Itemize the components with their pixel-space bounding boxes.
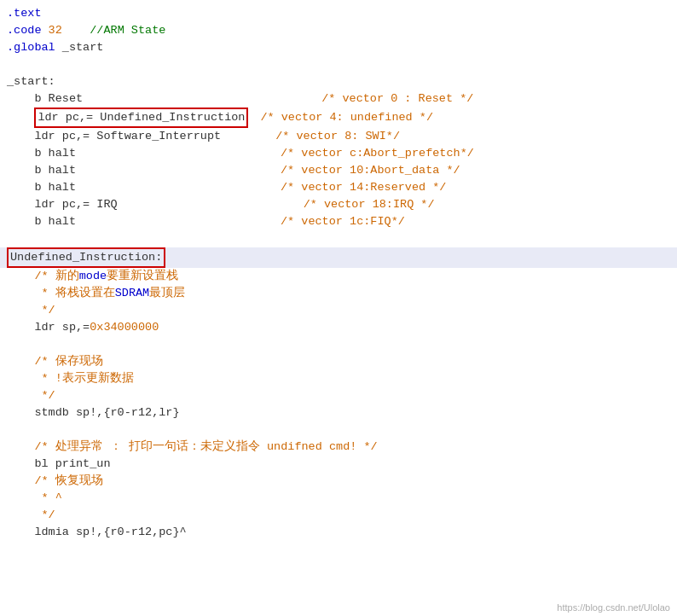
- line-2: .code 32 //ARM State: [0, 22, 677, 39]
- comment-cn-18: */: [7, 302, 55, 319]
- line-9: b halt /* vector c:Abort_prefetch*/: [0, 145, 677, 162]
- undefined-instruction-label: Undefined_Instruction:: [10, 251, 162, 264]
- line-25: [0, 421, 677, 439]
- line-16: /* 新的mode要重新设置栈: [0, 268, 677, 285]
- line-13: b halt /* vector 1c:FIQ*/: [0, 213, 677, 230]
- comment-cn-26: /* 处理异常 ： 打印一句话：未定义指令 undifned cmd! */: [7, 439, 378, 456]
- code-container: .text .code 32 //ARM State .global _star…: [0, 0, 677, 616]
- line-6: b Reset /* vector 0 : Reset */: [0, 90, 677, 108]
- line-28: /* 恢复现场: [0, 473, 677, 490]
- line-17: * 将栈设置在SDRAM最顶层: [0, 285, 677, 302]
- boxed-undefined-label: Undefined_Instruction:: [7, 247, 165, 268]
- boxed-ldr-undefined: ldr pc,= Undefined_Instruction: [34, 108, 248, 128]
- line-1: .text: [0, 5, 677, 22]
- comment-11: /* vector 14:Reserved */: [281, 179, 446, 196]
- label-start: _start:: [7, 73, 55, 90]
- line-3: .global _start: [0, 39, 677, 56]
- line-12: ldr pc,= IRQ /* vector 18:IRQ */: [0, 196, 677, 213]
- comment-7: /* vector 4: undefined */: [260, 109, 433, 126]
- code-text: .text: [7, 5, 42, 22]
- line-27: bl print_un: [0, 456, 677, 473]
- line-26: /* 处理异常 ： 打印一句话：未定义指令 undifned cmd! */: [0, 439, 677, 456]
- code-comment-inline: //ARM State: [90, 22, 165, 39]
- comment-9: /* vector c:Abort_prefetch*/: [281, 145, 474, 162]
- line-22: * !表示更新数据: [0, 370, 677, 387]
- watermark: https://blog.csdn.net/Ulolao: [557, 602, 670, 613]
- line-11: b halt /* vector 14:Reserved */: [0, 179, 677, 196]
- comment-cn-17: * 将栈设置在: [7, 285, 115, 302]
- line-19: ldr sp,=0x34000000: [0, 319, 677, 336]
- line-29: * ^: [0, 490, 677, 507]
- comment-8: /* vector 8: SWI*/: [275, 128, 400, 145]
- line-23: */: [0, 387, 677, 404]
- comment-cn-16: /* 新的: [34, 268, 78, 285]
- comment-6: /* vector 0 : Reset */: [321, 90, 473, 108]
- comment-cn-28: /* 恢复现场: [7, 473, 103, 490]
- line-30: */: [0, 507, 677, 524]
- comment-12: /* vector 18:IRQ */: [304, 196, 435, 213]
- line-24: stmdb sp!,{r0-r12,lr}: [0, 404, 677, 421]
- line-18: */: [0, 302, 677, 319]
- comment-cn-21: /* 保存现场: [7, 353, 103, 370]
- comment-cn-23: */: [7, 387, 55, 404]
- comment-cn-30: */: [7, 507, 55, 524]
- line-31: ldmia sp!,{r0-r12,pc}^: [0, 524, 677, 541]
- comment-13: /* vector 1c:FIQ*/: [281, 213, 405, 230]
- comment-cn-29: * ^: [7, 490, 62, 507]
- line-4: [0, 56, 677, 73]
- code-num: 32: [42, 22, 62, 39]
- line-15: Undefined_Instruction:: [0, 247, 677, 268]
- line-21: /* 保存现场: [0, 353, 677, 370]
- line-5: _start:: [0, 73, 677, 90]
- comment-cn-22: * !表示更新数据: [7, 370, 134, 387]
- hex-value: 0x34000000: [90, 319, 159, 336]
- line-20: [0, 336, 677, 353]
- line-7: ldr pc,= Undefined_Instruction /* vector…: [0, 108, 677, 128]
- line-10: b halt /* vector 10:Abort_data */: [0, 162, 677, 179]
- line-8: ldr pc,= Software_Interrupt /* vector 8:…: [0, 128, 677, 145]
- code-directive: .code: [7, 22, 42, 39]
- code-global: .global: [7, 39, 55, 56]
- line-14: [0, 230, 677, 247]
- comment-10: /* vector 10:Abort_data */: [281, 162, 460, 179]
